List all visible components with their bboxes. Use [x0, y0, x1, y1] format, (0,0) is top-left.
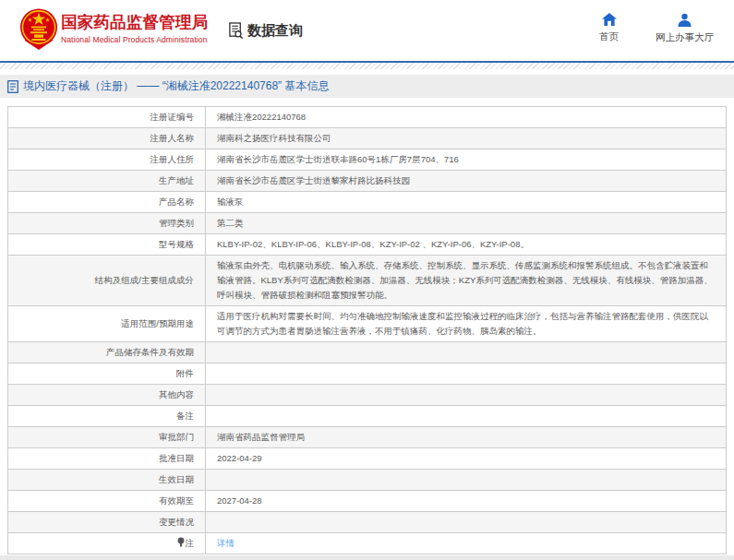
field-value: 湖南省长沙市岳麓区学士街道黎家村路比扬科技园: [206, 171, 727, 192]
field-value: 第二类: [206, 213, 727, 234]
content: 注册证编号湘械注准20222140768注册人名称湖南科之扬医疗科技有限公司注册…: [0, 98, 734, 554]
table-row: 附件: [8, 363, 727, 385]
field-label: 其他内容: [8, 385, 206, 406]
field-label-text: 型号规格: [159, 239, 194, 249]
table-row: 变更情况: [8, 512, 727, 533]
field-label: 批准日期: [8, 448, 206, 470]
field-label: 备注: [8, 406, 206, 427]
table-row: 产品储存条件及有效期: [8, 342, 727, 363]
data-query-section[interactable]: 数据查询: [228, 22, 303, 40]
data-query-label: 数据查询: [247, 22, 303, 40]
field-value: 适用于医疗机构对需要长时间、均匀准确地控制输液速度和监控输液过程的临床治疗，包括…: [206, 306, 727, 342]
user-icon: [678, 13, 692, 27]
field-label: 结构及组成/主要组成成分: [8, 256, 206, 306]
field-value: 湖南科之扬医疗科技有限公司: [206, 128, 727, 149]
document-icon: [7, 80, 18, 93]
table-row: 注册人名称湖南科之扬医疗科技有限公司: [8, 128, 727, 149]
field-value: 湖南省长沙市岳麓区学士街道联丰路60号1栋厂房7层704、716: [206, 149, 727, 171]
field-label: 型号规格: [8, 234, 206, 256]
field-label: 审批部门: [8, 427, 206, 448]
table-row: 结构及组成/主要组成成分输液泵由外壳、电机驱动系统、输入系统、存储系统、控制系统…: [8, 256, 727, 306]
field-label-text: 产品储存条件及有效期: [106, 347, 194, 357]
field-label: 适用范围/预期用途: [8, 306, 206, 342]
field-value: KLBY-IP-02、KLBY-IP-06、KLBY-IP-08、KZY-IP-…: [206, 234, 727, 256]
table-row: 批准日期2022-04-29: [8, 448, 727, 470]
field-value: 湘械注准20222140768: [206, 107, 727, 128]
nav-home-label: 首页: [599, 30, 619, 43]
field-label-text: 附件: [176, 368, 194, 378]
nav-home[interactable]: 首页: [599, 13, 619, 44]
detail-link[interactable]: 详情: [217, 538, 235, 548]
field-label: 生产地址: [8, 171, 206, 192]
bottom-strip: [0, 555, 734, 560]
field-label-text: 生效日期: [159, 474, 194, 484]
field-value: 湖南省药品监督管理局: [206, 427, 727, 448]
field-label-text: 生产地址: [159, 175, 194, 185]
field-label-text: 注册证编号: [150, 112, 195, 122]
field-label-text: 管理类别: [159, 218, 194, 228]
data-query-icon: [228, 22, 245, 40]
page: 国家药品监督管理局 National Medical Products Admi…: [0, 0, 734, 560]
nav-online-hall-label: 网上办事大厅: [656, 31, 714, 44]
note-icon: [177, 537, 185, 547]
info-table-body: 注册证编号湘械注准20222140768注册人名称湖南科之扬医疗科技有限公司注册…: [8, 107, 727, 554]
field-label: 注册人名称: [8, 128, 206, 149]
table-row: 型号规格KLBY-IP-02、KLBY-IP-06、KLBY-IP-08、KZY…: [8, 234, 727, 256]
field-value: 输液泵: [206, 192, 727, 213]
field-label: 附件: [8, 363, 206, 385]
page-title: 境内医疗器械（注册） —— “湘械注准20222140768” 基本信息: [23, 78, 329, 94]
field-label: 注册证编号: [8, 107, 206, 128]
field-label-text: 注册人名称: [150, 133, 195, 143]
field-label-text: 审批部门: [159, 432, 194, 442]
table-row: 适用范围/预期用途适用于医疗机构对需要长时间、均匀准确地控制输液速度和监控输液过…: [8, 306, 727, 342]
info-table: 注册证编号湘械注准20222140768注册人名称湖南科之扬医疗科技有限公司注册…: [7, 106, 727, 554]
table-row: 注册证编号湘械注准20222140768: [8, 107, 727, 128]
field-value: 详情: [206, 533, 727, 554]
table-row: 生产地址湖南省长沙市岳麓区学士街道黎家村路比扬科技园: [8, 171, 727, 192]
nav-online-hall[interactable]: 网上办事大厅: [656, 13, 714, 44]
field-value: [206, 470, 727, 491]
field-label: 注册人住所: [8, 149, 206, 171]
field-label-text: 结构及组成/主要组成成分: [95, 275, 194, 285]
field-value: 2022-04-29: [206, 448, 727, 470]
field-label: 产品名称: [8, 192, 206, 213]
agency-title-block: 国家药品监督管理局 National Medical Products Admi…: [61, 13, 208, 44]
table-row: 管理类别第二类: [8, 213, 727, 234]
table-row: 生效日期: [8, 470, 727, 491]
agency-name-cn: 国家药品监督管理局: [61, 13, 208, 32]
table-row: 审批部门湖南省药品监督管理局: [8, 427, 727, 448]
table-row: 产品名称输液泵: [8, 192, 727, 213]
field-label-text: 变更情况: [159, 517, 194, 527]
field-value: 2027-04-28: [206, 491, 727, 512]
field-label: 生效日期: [8, 470, 206, 491]
field-label: 注: [8, 533, 206, 554]
field-label-text: 适用范围/预期用途: [121, 318, 194, 328]
table-row: 其他内容: [8, 385, 727, 406]
field-label-text: 其他内容: [159, 389, 194, 399]
field-value: [206, 512, 727, 533]
field-label-text: 产品名称: [159, 197, 194, 207]
field-label-text: 注册人住所: [150, 154, 195, 164]
field-label-text: 批准日期: [159, 453, 194, 463]
field-value: [206, 385, 727, 406]
home-icon: [602, 13, 617, 26]
field-value: [206, 342, 727, 363]
field-value: [206, 406, 727, 427]
table-row: 注详情: [8, 533, 727, 554]
table-row: 有效期至2027-04-28: [8, 491, 727, 512]
table-row: 备注: [8, 406, 727, 427]
field-value: [206, 363, 727, 385]
header-nav: 首页 网上办事大厅: [599, 13, 714, 44]
field-label: 变更情况: [8, 512, 206, 533]
header: 国家药品监督管理局 National Medical Products Admi…: [0, 0, 734, 61]
field-label-text: 注: [186, 538, 195, 548]
field-label: 管理类别: [8, 213, 206, 234]
page-title-bar: 境内医疗器械（注册） —— “湘械注准20222140768” 基本信息: [0, 75, 734, 98]
agency-name-en: National Medical Products Administration: [61, 35, 208, 44]
hatch-stripe: [0, 63, 734, 69]
field-value: 输液泵由外壳、电机驱动系统、输入系统、存储系统、控制系统、显示系统、传感监测系统…: [206, 256, 727, 306]
field-label-text: 有效期至: [159, 495, 194, 506]
field-label: 产品储存条件及有效期: [8, 342, 206, 363]
field-label-text: 备注: [176, 411, 194, 421]
national-emblem-logo: [19, 7, 58, 50]
